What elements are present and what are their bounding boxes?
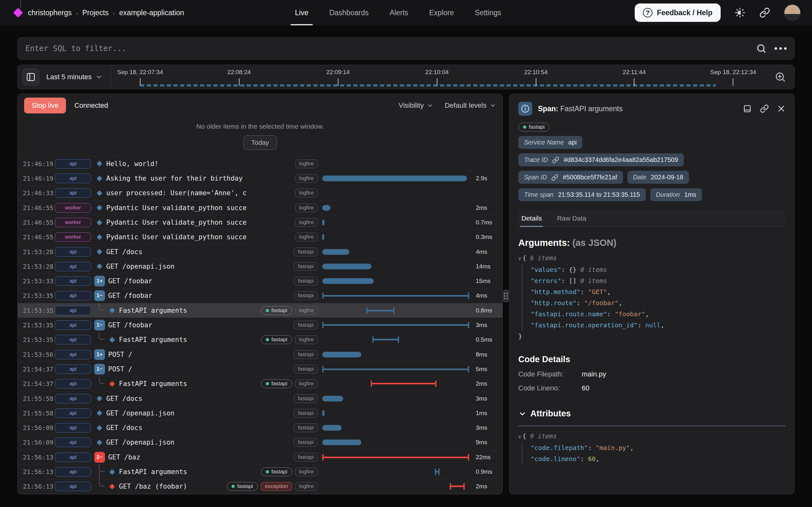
log-row[interactable]: 21:56:09apiGET /openapi.jsonfastapi9ms [18,435,502,450]
zoom-in-icon[interactable] [771,71,790,83]
log-row[interactable]: 21:53:33api1+GET /foobarfastapi15ms [18,274,502,289]
today-button[interactable]: Today [243,135,277,150]
log-row[interactable]: 21:56:13apiFastAPI argumentsfastapilogfi… [18,464,502,479]
collapse-toggle[interactable]: 2− [94,452,105,463]
close-icon[interactable] [777,105,785,113]
scope-pill[interactable]: fastapi [227,482,258,491]
service-badge[interactable]: api [55,482,91,491]
scope-tag[interactable]: logfire [295,159,318,168]
metadata-chip[interactable]: Service Nameapi [518,136,582,149]
service-badge[interactable]: api [55,174,91,183]
theme-toggle-icon[interactable] [734,7,745,18]
panel-resize-handle[interactable] [503,290,509,302]
service-badge[interactable]: api [55,364,91,374]
service-badge[interactable]: api [55,467,91,476]
service-badge[interactable]: api [55,320,91,330]
service-badge[interactable]: api [55,306,91,315]
log-row[interactable]: 21:53:35apiFastAPI argumentsfastapilogfi… [18,333,502,347]
scope-tag[interactable]: fastapi [294,350,318,359]
default-levels-dropdown[interactable]: Default levels [445,101,496,110]
share-link-icon[interactable] [759,7,770,18]
log-row[interactable]: 21:46:55workerPydantic User validate_pyt… [18,201,502,215]
metadata-chip[interactable]: Trace ID#d834c3374dd6fa2e4aa82a55ab21750… [518,153,684,166]
metadata-chip[interactable]: Span ID#5008bce5f7fe21af [518,171,623,184]
metadata-chip[interactable]: Date2024-09-18 [627,171,689,184]
service-badge[interactable]: api [55,188,91,198]
metadata-chip[interactable]: Time span21:53:35.114 to 21:53:35.115 [518,188,646,201]
tab-live[interactable]: Live [295,0,308,25]
scope-pill[interactable]: fastapi [261,306,292,315]
log-row[interactable]: 21:56:09apiGET /docsfastapi3ms [18,421,502,435]
service-badge[interactable]: worker [55,203,91,213]
service-badge[interactable]: api [55,423,91,433]
scope-tag[interactable]: logfire [295,204,318,212]
service-badge[interactable]: api [55,276,91,286]
log-row[interactable]: 21:56:13api2−GET /bazfastapi22ms [18,450,502,464]
service-badge[interactable]: api [55,335,91,344]
log-row[interactable]: 21:46:19apiAsking the user for their bir… [18,171,502,186]
tab-dashboards[interactable]: Dashboards [329,0,368,25]
collapse-toggle[interactable]: 1+ [94,276,105,286]
log-row[interactable]: 21:56:13apiGET /baz (foobar)fastapiexcep… [18,480,502,494]
log-row[interactable]: 21:46:55workerPydantic User validate_pyt… [18,215,502,230]
service-badge[interactable]: api [55,262,91,271]
scope-tag[interactable]: fastapi [294,453,318,462]
user-avatar[interactable] [784,4,801,21]
scope-tag[interactable]: logfire [295,306,318,315]
collapse-toggle[interactable]: 1+ [94,349,105,360]
breadcrumb-item[interactable]: christophergs [28,9,72,17]
search-icon[interactable] [756,43,766,54]
log-row[interactable]: 21:46:33apiuser processed: User(name='An… [18,186,502,201]
logfire-logo-icon[interactable] [13,8,23,17]
log-row[interactable]: 21:46:19apiHello, world!logfire [18,157,502,171]
service-badge[interactable]: api [55,159,91,169]
service-badge[interactable]: api [55,350,91,359]
log-row[interactable]: 21:53:35api1−GET /foobarfastapi4ms [18,289,502,303]
breadcrumb-item[interactable]: example-application [119,9,184,17]
exception-tag[interactable]: exception [261,482,292,491]
scope-pill[interactable]: fastapi [261,379,292,388]
scope-tag[interactable]: fastapi [294,438,318,447]
metadata-chip[interactable]: Duration1ms [650,188,702,201]
collapse-toggle[interactable]: 1− [94,364,105,375]
tab-settings[interactable]: Settings [475,0,501,25]
service-badge[interactable]: api [55,379,91,389]
visibility-dropdown[interactable]: Visibility [399,101,433,110]
service-badge[interactable]: api [55,247,91,257]
log-row[interactable]: 21:54:37api1−POST /fastapi5ms [18,362,502,377]
scope-tag[interactable]: fastapi [294,394,318,403]
scope-tag[interactable]: fastapi [294,424,318,432]
log-row[interactable]: 21:55:58apiGET /docsfastapi3ms [18,391,502,406]
log-row[interactable]: 21:53:28apiGET /docsfastapi4ms [18,245,502,259]
log-row[interactable]: 21:53:35apiFastAPI argumentsfastapilogfi… [18,303,502,318]
attributes-section-toggle[interactable]: Attributes [518,409,785,418]
scope-tag[interactable]: fastapi [294,409,318,418]
json-collapse-icon[interactable]: ∨ [518,434,521,440]
scope-tag[interactable]: fastapi [294,277,318,285]
collapse-toggle[interactable]: 1− [94,320,105,331]
scope-tag[interactable]: logfire [295,188,318,198]
service-badge[interactable]: api [55,452,91,462]
service-badge[interactable]: worker [55,218,91,227]
scope-tag[interactable]: fastapi [294,262,318,271]
more-options-icon[interactable] [774,47,786,50]
service-badge[interactable]: api [55,394,91,403]
scope-pill[interactable]: fastapi [518,123,549,131]
log-row[interactable]: 21:53:35api1−GET /foobarfastapi3ms [18,318,502,332]
scope-tag[interactable]: logfire [295,218,318,227]
tab-alerts[interactable]: Alerts [390,0,408,25]
service-badge[interactable]: api [55,408,91,418]
stop-live-button[interactable]: Stop live [24,98,66,113]
service-badge[interactable]: api [55,438,91,447]
time-range-dropdown[interactable]: Last 5 minutes [46,73,102,81]
feedback-help-button[interactable]: Feedback / Help [635,3,721,22]
copy-link-icon[interactable] [760,104,769,113]
dock-panel-icon[interactable] [743,104,752,113]
log-row[interactable]: 21:53:56api1+POST /fastapi8ms [18,347,502,362]
sidebar-toggle-icon[interactable] [22,68,39,86]
service-badge[interactable]: api [55,291,91,300]
scope-tag[interactable]: logfire [295,174,318,183]
log-row[interactable]: 21:54:37apiFastAPI argumentsfastapilogfi… [18,377,502,391]
json-collapse-icon[interactable]: ∨ [518,256,521,262]
log-row[interactable]: 21:55:58apiGET /openapi.jsonfastapi1ms [18,406,502,420]
